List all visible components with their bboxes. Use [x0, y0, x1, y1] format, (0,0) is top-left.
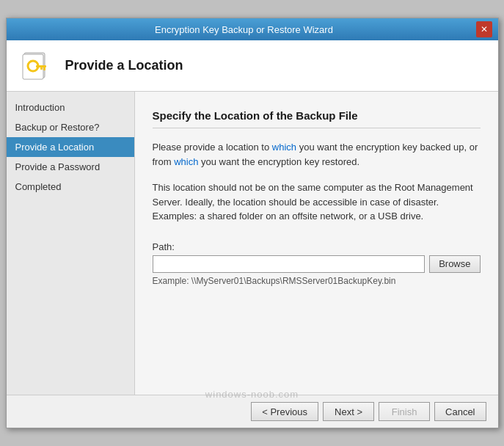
svg-rect-5	[40, 67, 43, 70]
sidebar-item-introduction[interactable]: Introduction	[7, 98, 134, 117]
which-link-1: which	[272, 142, 296, 153]
window-title: Encryption Key Backup or Restore Wizard	[12, 24, 476, 35]
main-content: Specify the Location of the Backup File …	[135, 92, 498, 395]
previous-button[interactable]: < Previous	[251, 402, 318, 421]
section-title: Specify the Location of the Backup File	[153, 109, 481, 128]
cancel-button[interactable]: Cancel	[434, 402, 486, 421]
path-label: Path:	[153, 241, 481, 252]
sidebar-item-backup-restore[interactable]: Backup or Restore?	[7, 117, 134, 137]
title-bar: Encryption Key Backup or Restore Wizard …	[7, 18, 498, 40]
key-icon	[20, 50, 52, 82]
footer: < Previous Next > Finish Cancel	[7, 395, 498, 428]
svg-rect-4	[43, 67, 45, 70]
path-section: Path: Browse Example: \\MyServer01\Backu…	[153, 241, 481, 286]
wizard-window: Encryption Key Backup or Restore Wizard …	[6, 18, 499, 428]
sidebar: Introduction Backup or Restore? Provide …	[7, 92, 135, 395]
content-area: Introduction Backup or Restore? Provide …	[7, 92, 498, 395]
header-section: Provide a Location	[7, 40, 498, 92]
next-button[interactable]: Next >	[323, 402, 374, 421]
title-bar-controls: ✕	[476, 21, 492, 37]
sidebar-item-provide-password[interactable]: Provide a Password	[7, 157, 134, 177]
close-button[interactable]: ✕	[476, 21, 492, 37]
path-example: Example: \\MyServer01\Backups\RMSServer0…	[153, 276, 481, 286]
finish-button[interactable]: Finish	[379, 402, 430, 421]
header-title: Provide a Location	[65, 58, 183, 73]
browse-button[interactable]: Browse	[429, 255, 480, 273]
description-2: This location should not be on the same …	[153, 180, 481, 224]
svg-rect-3	[36, 65, 46, 67]
sidebar-item-provide-location[interactable]: Provide a Location	[7, 137, 134, 157]
path-input-row: Browse	[153, 255, 481, 273]
header-icon	[18, 48, 54, 84]
sidebar-item-completed[interactable]: Completed	[7, 177, 134, 197]
path-input[interactable]	[153, 255, 426, 273]
description-1: Please provide a location to which you w…	[153, 140, 481, 169]
which-link-2: which	[174, 156, 198, 167]
